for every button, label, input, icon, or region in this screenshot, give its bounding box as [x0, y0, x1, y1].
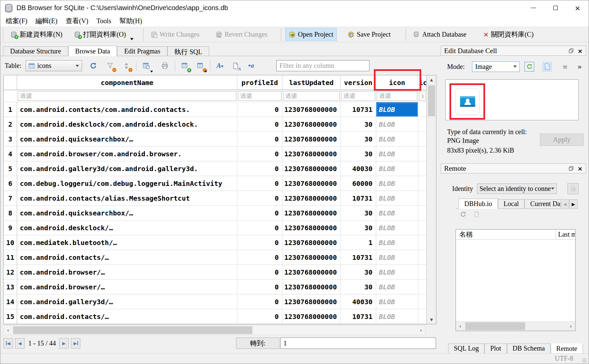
cell-componentName[interactable]: com.android.gallery3d/… — [17, 294, 237, 309]
float-panel-icon[interactable] — [569, 48, 574, 53]
tab-plot[interactable]: Plot — [484, 343, 507, 354]
cell-icon-blob[interactable]: BLOB — [376, 206, 418, 220]
new-database-button[interactable]: + 新建資料庫(N) — [7, 28, 66, 41]
cell-version[interactable]: 30 — [341, 147, 376, 161]
row-number[interactable]: 8 — [4, 206, 17, 220]
save-project-button[interactable]: Save Project — [344, 28, 394, 41]
menu-edit[interactable]: 編輯(E) — [31, 16, 62, 26]
cell-version[interactable]: 10731 — [341, 309, 376, 324]
cell-profileId[interactable]: 0 — [237, 117, 282, 132]
menu-help[interactable]: 幫助(H) — [115, 16, 146, 26]
cell-icon-blob[interactable]: BLOB — [376, 220, 418, 235]
attach-database-button[interactable]: Attach Database — [410, 28, 470, 41]
tab-scroll-left-button[interactable]: ◀ — [561, 199, 569, 209]
tab-database-structure[interactable]: Database Structure — [3, 46, 68, 56]
remote-clone-button[interactable] — [474, 211, 479, 217]
cell-componentName[interactable]: com.android.deskclock/com.android.deskcl… — [17, 117, 237, 132]
cell-profileId[interactable]: 0 — [237, 176, 282, 191]
vertical-scrollbar-thumb[interactable] — [428, 85, 435, 116]
open-project-button[interactable]: Open Project — [285, 28, 337, 41]
clear-filters-button[interactable]: − — [104, 60, 116, 72]
cell-lastUpdated[interactable]: 1230768000000 — [282, 102, 341, 117]
cell-componentName[interactable]: com.debug.loggerui/com.debug.loggerui.Ma… — [17, 176, 237, 191]
column-header-lastUpdated[interactable]: lastUpdated — [282, 75, 341, 90]
remote-refresh-button[interactable] — [460, 211, 466, 217]
cell-profileId[interactable]: 0 — [237, 280, 282, 294]
identity-select[interactable]: Select an identity to conne — [477, 184, 557, 194]
remote-list-scrollbar[interactable]: ‹ › — [456, 321, 575, 331]
cell-version[interactable]: 30 — [341, 280, 376, 294]
cell-icon-blob[interactable]: BLOB — [376, 147, 418, 161]
cell-lastUpdated[interactable]: 1230768000000 — [282, 206, 341, 220]
cell-componentName[interactable]: com.android.quicksearchbox/… — [17, 132, 237, 147]
row-number[interactable]: 11 — [4, 250, 17, 265]
cell-profileId[interactable]: 0 — [237, 191, 282, 206]
clone-database-button[interactable] — [567, 183, 579, 194]
next-page-button[interactable]: ▶ — [59, 338, 69, 349]
tab-remote[interactable]: Remote — [551, 343, 583, 354]
save-results-button[interactable] — [140, 60, 152, 72]
cell-profileId[interactable]: 0 — [237, 265, 282, 280]
cell-componentName[interactable]: com.android.contacts/alias.MessageShortc… — [17, 191, 237, 206]
mode-select[interactable]: Image — [472, 62, 520, 72]
open-database-button[interactable]: ➜ 打開資料庫(O) — [71, 28, 129, 41]
cell-version[interactable]: 30 — [341, 206, 376, 220]
scroll-left-icon[interactable]: ‹ — [456, 322, 465, 331]
cell-lastUpdated[interactable]: 1230768000000 — [282, 132, 341, 147]
cell-lastUpdated[interactable]: 1230768000000 — [282, 294, 341, 309]
cell-version[interactable]: 10731 — [341, 102, 376, 117]
cell-lastUpdated[interactable]: 1230768000000 — [282, 235, 341, 250]
close-panel-icon[interactable]: × — [578, 165, 583, 172]
cell-version[interactable]: 40030 — [341, 161, 376, 176]
global-filter-input[interactable] — [276, 60, 369, 71]
cell-icon-blob[interactable]: BLOB — [376, 309, 418, 324]
tab-edit-pragmas[interactable]: Edit Pragmas — [117, 46, 167, 56]
table-select[interactable]: icons — [26, 60, 82, 71]
cell-icon-blob[interactable]: BLOB — [376, 102, 418, 117]
column-filter-input-partial[interactable] — [419, 91, 426, 101]
cell-version[interactable]: 40030 — [341, 294, 376, 309]
tab-execute-sql[interactable]: 執行 SQL — [167, 46, 209, 56]
cell-version[interactable]: 1 — [341, 235, 376, 250]
cell-componentName[interactable]: com.android.browser/… — [17, 280, 237, 294]
cell-componentName[interactable]: com.android.contacts/… — [17, 309, 237, 324]
find-in-cells-button[interactable]: A — [230, 60, 242, 72]
last-page-button[interactable]: ▶ — [71, 338, 80, 349]
menu-view[interactable]: 查看(V) — [62, 16, 92, 26]
cell-icon-blob[interactable]: BLOB — [376, 161, 418, 176]
minimize-button[interactable] — [522, 0, 544, 15]
cell-icon-blob[interactable]: BLOB — [376, 265, 418, 280]
scroll-right-icon[interactable]: › — [566, 322, 575, 331]
cell-version[interactable]: 30 — [341, 265, 376, 280]
scroll-left-icon[interactable]: ‹ — [4, 326, 12, 335]
column-filter-input-icon[interactable] — [377, 91, 417, 101]
cell-componentName[interactable]: com.android.gallery3d/com.android.galler… — [17, 161, 237, 176]
cell-icon-blob[interactable]: BLOB — [376, 235, 418, 250]
column-filter-input-profileId[interactable] — [238, 91, 281, 101]
cell-lastUpdated[interactable]: 1230768000000 — [282, 265, 341, 280]
overflow-button[interactable]: » — [578, 63, 582, 71]
goto-record-input[interactable] — [280, 337, 436, 349]
cell-componentName[interactable]: com.android.contacts/… — [17, 250, 237, 265]
tab-sql-log[interactable]: SQL Log — [448, 343, 484, 354]
row-number[interactable]: 3 — [4, 132, 17, 147]
cell-version[interactable]: 30 — [341, 117, 376, 132]
row-number[interactable]: 9 — [4, 220, 17, 235]
apply-button[interactable]: Apply — [540, 133, 584, 146]
cell-profileId[interactable]: 0 — [237, 102, 282, 117]
column-divider[interactable] — [556, 230, 556, 239]
open-database-dropdown-icon[interactable] — [130, 38, 133, 42]
refresh-button[interactable] — [87, 60, 100, 72]
cell-profileId[interactable]: 0 — [237, 220, 282, 235]
cell-lastUpdated[interactable]: 1230768000000 — [282, 220, 341, 235]
float-panel-icon[interactable] — [569, 166, 574, 171]
vertical-scrollbar[interactable]: ▲ ▼ — [427, 75, 436, 324]
tab-browse-data[interactable]: Browse Data — [68, 46, 117, 56]
maximize-button[interactable] — [544, 0, 566, 15]
row-number[interactable]: 7 — [4, 191, 17, 206]
cell-icon-blob[interactable]: BLOB — [376, 250, 418, 265]
row-number[interactable]: 4 — [4, 147, 17, 161]
cell-version[interactable]: 10731 — [341, 250, 376, 265]
cell-icon-blob[interactable]: BLOB — [376, 280, 418, 294]
close-button[interactable]: × — [566, 0, 589, 15]
